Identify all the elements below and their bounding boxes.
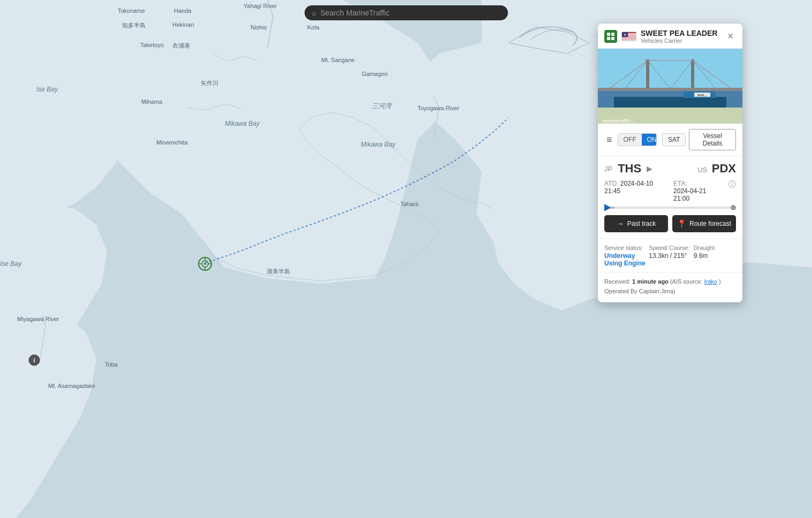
progress-bar-wrap <box>598 207 742 215</box>
ais-source-label: (AIS source: <box>670 278 704 285</box>
eta-label: ETA: <box>673 180 718 187</box>
eta-info-icon[interactable]: ⓘ <box>728 180 736 202</box>
past-track-icon: → <box>617 219 624 228</box>
ais-source-close: ) <box>719 278 721 285</box>
vessel-details-button[interactable]: Vessel Details <box>689 129 736 150</box>
menu-button[interactable]: ≡ <box>604 133 614 147</box>
eta-block: ETA: 2024-04-21 21:00 <box>673 180 718 202</box>
progress-track <box>604 207 736 209</box>
vessel-type-icon <box>604 30 617 43</box>
ais-source-link[interactable]: Irako <box>704 278 717 285</box>
arrival-port: PDX <box>712 162 736 175</box>
speed-course-value: 13.3kn / 215° <box>649 252 691 260</box>
operated-by: Operated By Captain:Jima) <box>604 288 676 294</box>
route-forecast-button[interactable]: 📍 Route forecast <box>672 215 736 232</box>
toggle-on[interactable]: ON <box>642 134 657 146</box>
draught-value: 9.6m <box>694 252 736 260</box>
atd-label: ATD: <box>604 180 618 187</box>
svg-rect-11 <box>611 33 614 36</box>
svg-rect-22 <box>622 40 636 41</box>
received-info: Received: 1 minute ago (AIS source: Irak… <box>598 272 742 302</box>
svg-rect-21 <box>622 39 636 40</box>
speed-course-label: Speed/ Course: <box>649 245 691 251</box>
route-forecast-icon: 📍 <box>677 219 686 228</box>
search-icon: ⌕ <box>312 9 316 17</box>
service-status-col: Service status: Underway Using Engine <box>604 245 647 267</box>
ship-name-block: SWEET PEA LEADER Vehicles Carrier <box>641 29 720 44</box>
progress-end-marker <box>731 205 736 210</box>
svg-rect-37 <box>614 97 726 108</box>
svg-rect-35 <box>598 88 742 91</box>
toggle-off[interactable]: OFF <box>618 134 642 146</box>
popup-header: ★ SWEET PEA LEADER Vehicles Carrier ✕ <box>598 24 742 49</box>
close-button[interactable]: ✕ <box>725 31 736 42</box>
route-forecast-label: Route forecast <box>689 220 731 227</box>
atd-block: ATD: 2024-04-10 21:45 <box>604 180 663 202</box>
svg-rect-10 <box>607 33 610 36</box>
svg-rect-19 <box>622 37 636 37</box>
received-label: Received: <box>604 278 631 285</box>
status-grid: Service status: Underway Using Engine Sp… <box>598 239 742 272</box>
controls-row: ≡ OFF ON SAT Vessel Details <box>598 124 742 156</box>
speed-course-col: Speed/ Course: 13.3kn / 215° <box>649 245 691 267</box>
svg-text:i: i <box>33 357 35 363</box>
ship-type: Vehicles Carrier <box>641 37 720 44</box>
service-status-label: Service status: <box>604 245 647 251</box>
past-track-button[interactable]: → Past track <box>604 215 668 232</box>
search-bar[interactable]: ⌕ <box>305 5 508 20</box>
ship-popup: ★ SWEET PEA LEADER Vehicles Carrier ✕ <box>598 24 742 302</box>
arrival-block: US PDX <box>697 162 736 176</box>
route-info: JP THS ▶ US PDX <box>598 156 742 180</box>
draught-label: Draught: <box>694 245 736 251</box>
ship-image: NTK... marinetraffic... <box>598 49 742 124</box>
sat-button[interactable]: SAT <box>662 133 686 146</box>
svg-rect-25 <box>598 49 742 92</box>
route-arrow: ▶ <box>647 164 652 173</box>
toggle-group: OFF ON <box>618 133 657 146</box>
past-track-label: Past track <box>627 220 656 227</box>
departure-port: THS <box>618 162 641 176</box>
svg-text:marinetraffic...: marinetraffic... <box>602 118 635 124</box>
svg-point-3 <box>204 263 206 265</box>
ship-name: SWEET PEA LEADER <box>641 29 720 37</box>
action-buttons: → Past track 📍 Route forecast <box>598 215 742 239</box>
progress-start-marker <box>604 204 611 211</box>
svg-text:★: ★ <box>624 33 626 36</box>
flag-icon: ★ <box>621 32 636 41</box>
draught-col: Draught: 9.6m <box>694 245 736 267</box>
svg-rect-13 <box>611 37 614 40</box>
eta-value: 2024-04-21 21:00 <box>673 187 718 202</box>
svg-rect-12 <box>607 37 610 40</box>
svg-text:NTK...: NTK... <box>697 94 707 97</box>
svg-rect-27 <box>691 59 694 92</box>
search-input[interactable] <box>321 9 500 17</box>
svg-rect-20 <box>622 38 636 39</box>
svg-rect-26 <box>646 59 649 92</box>
departure-country: JP <box>604 165 612 173</box>
service-status-value: Underway Using Engine <box>604 252 647 267</box>
vessel-marker-main[interactable] <box>197 256 213 272</box>
ship-icon-map[interactable]: i <box>28 354 41 367</box>
arrival-country: US <box>697 166 707 174</box>
received-time: 1 minute ago <box>632 278 669 285</box>
dates-row: ATD: 2024-04-10 21:45 ETA: 2024-04-21 21… <box>598 180 742 207</box>
